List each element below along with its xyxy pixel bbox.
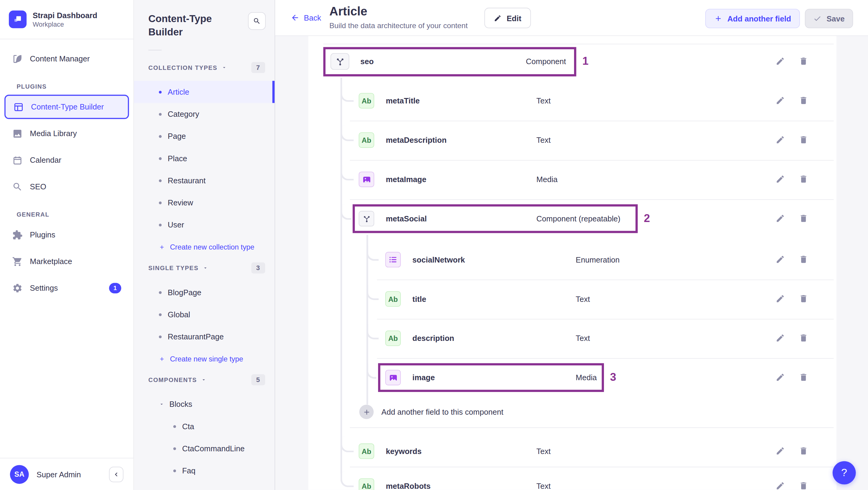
- field-row-keywords: Ab keywords Text: [309, 438, 837, 465]
- component-features[interactable]: Features: [134, 482, 275, 490]
- sidebar-item-calendar[interactable]: Calendar: [4, 148, 129, 173]
- edit-button[interactable]: Edit: [485, 8, 531, 28]
- component-cta[interactable]: Cta: [134, 415, 275, 437]
- search-button[interactable]: [248, 12, 266, 30]
- back-link[interactable]: Back: [291, 13, 321, 22]
- edit-field-button[interactable]: [775, 333, 785, 343]
- search-icon: [12, 181, 23, 192]
- delete-field-button[interactable]: [799, 214, 809, 224]
- collection-type-review[interactable]: Review: [134, 191, 275, 214]
- field-name: socialNetwork: [412, 246, 465, 273]
- divider: [350, 121, 834, 121]
- text-icon: Ab: [359, 478, 374, 490]
- single-type-global[interactable]: Global: [134, 303, 275, 326]
- delete-field-button[interactable]: [799, 294, 809, 304]
- collection-type-user[interactable]: User: [134, 214, 275, 236]
- link-label: Create new collection type: [170, 243, 254, 251]
- collection-type-page[interactable]: Page: [134, 125, 275, 147]
- single-type-restaurantpage[interactable]: RestaurantPage: [134, 326, 275, 347]
- delete-field-button[interactable]: [799, 96, 809, 106]
- bullet-icon: [159, 135, 161, 137]
- field-type: Enumeration: [576, 246, 620, 273]
- section-label: COMPONENTS: [149, 376, 197, 383]
- sidebar-item-settings[interactable]: Settings 1: [4, 276, 129, 300]
- edit-field-button[interactable]: [775, 135, 785, 145]
- component-faq[interactable]: Faq: [134, 459, 275, 482]
- delete-field-button[interactable]: [799, 175, 809, 184]
- field-type: Text: [536, 127, 551, 153]
- bullet-icon: [159, 223, 161, 226]
- edit-field-button[interactable]: [775, 294, 785, 304]
- field-row-metasocial: metaSocial Component (repeatable): [309, 205, 837, 232]
- delete-field-button[interactable]: [799, 135, 809, 145]
- delete-field-button[interactable]: [799, 255, 809, 265]
- add-field-label: Add another field: [727, 14, 791, 23]
- edit-field-button[interactable]: [775, 214, 785, 224]
- bullet-icon: [159, 313, 161, 316]
- sidebar-item-content-type-builder[interactable]: Content-Type Builder: [4, 95, 129, 119]
- settings-notification-badge: 1: [109, 282, 121, 293]
- delete-field-button[interactable]: [799, 373, 809, 382]
- media-icon: [385, 370, 401, 385]
- sidebar-item-content-manager[interactable]: Content Manager: [4, 47, 129, 71]
- delete-field-button[interactable]: [799, 446, 809, 456]
- component-ctacommandline[interactable]: CtaCommandLine: [134, 437, 275, 459]
- collapse-sidebar-button[interactable]: [109, 466, 124, 482]
- sidebar-item-marketplace[interactable]: Marketplace: [4, 249, 129, 274]
- field-row-metadescription: Ab metaDescription Text: [309, 127, 837, 153]
- edit-field-button[interactable]: [775, 57, 785, 66]
- field-type: Text: [576, 285, 590, 312]
- bullet-icon: [159, 113, 161, 115]
- single-types-header[interactable]: SINGLE TYPES 3: [134, 258, 275, 278]
- single-type-blogpage[interactable]: BlogPage: [134, 281, 275, 303]
- collection-type-category[interactable]: Category: [134, 103, 275, 125]
- divider: [149, 50, 162, 51]
- delete-field-button[interactable]: [799, 57, 809, 66]
- bullet-icon: [159, 291, 161, 294]
- components-header[interactable]: COMPONENTS 5: [134, 370, 275, 390]
- edit-field-button[interactable]: [775, 481, 785, 490]
- edit-field-button[interactable]: [775, 373, 785, 382]
- help-button[interactable]: ?: [833, 461, 856, 485]
- sidebar-item-label: Plugins: [30, 230, 55, 239]
- item-label: Global: [168, 310, 190, 319]
- add-another-field-button[interactable]: Add another field: [705, 9, 800, 28]
- delete-field-button[interactable]: [799, 481, 809, 490]
- component-group-blocks[interactable]: Blocks: [134, 393, 275, 415]
- add-field-to-component-row[interactable]: Add another field to this component: [309, 399, 837, 425]
- save-button[interactable]: Save: [805, 9, 853, 28]
- add-field-to-component-label: Add another field to this component: [381, 399, 503, 425]
- sidebar-item-plugins[interactable]: Plugins: [4, 223, 129, 247]
- item-label: BlogPage: [168, 288, 202, 297]
- item-label: Place: [168, 154, 187, 163]
- image-icon: [12, 128, 23, 139]
- sidebar-item-seo[interactable]: SEO: [4, 175, 129, 199]
- plugins-section-label: PLUGINS: [0, 83, 133, 90]
- sidebar-item-label: Media Library: [30, 129, 77, 137]
- enumeration-icon: [385, 252, 401, 267]
- page-subtitle: Build the data architecture of your cont…: [329, 22, 468, 30]
- field-row-metarobots: Ab metaRobots Text: [309, 473, 837, 490]
- edit-field-button[interactable]: [775, 96, 785, 106]
- sidebar-item-label: SEO: [30, 182, 46, 191]
- divider: [350, 199, 834, 200]
- sidebar-item-media-library[interactable]: Media Library: [4, 121, 129, 146]
- field-name: seo: [361, 48, 374, 75]
- edit-field-button[interactable]: [775, 255, 785, 265]
- item-label: Cta: [182, 422, 194, 431]
- avatar: SA: [10, 465, 29, 484]
- create-collection-type-link[interactable]: Create new collection type: [134, 236, 275, 258]
- collection-type-place[interactable]: Place: [134, 147, 275, 170]
- collection-type-article[interactable]: Article: [134, 81, 275, 103]
- bullet-icon: [173, 425, 176, 428]
- create-single-type-link[interactable]: Create new single type: [134, 347, 275, 370]
- collection-types-header[interactable]: COLLECTION TYPES 7: [134, 58, 275, 78]
- field-name: metaRobots: [386, 473, 431, 490]
- edit-field-button[interactable]: [775, 446, 785, 456]
- collection-type-restaurant[interactable]: Restaurant: [134, 170, 275, 191]
- collection-types-count: 7: [251, 62, 265, 73]
- delete-field-button[interactable]: [799, 333, 809, 343]
- text-icon: Ab: [385, 331, 401, 346]
- divider: [377, 279, 834, 280]
- edit-field-button[interactable]: [775, 175, 785, 184]
